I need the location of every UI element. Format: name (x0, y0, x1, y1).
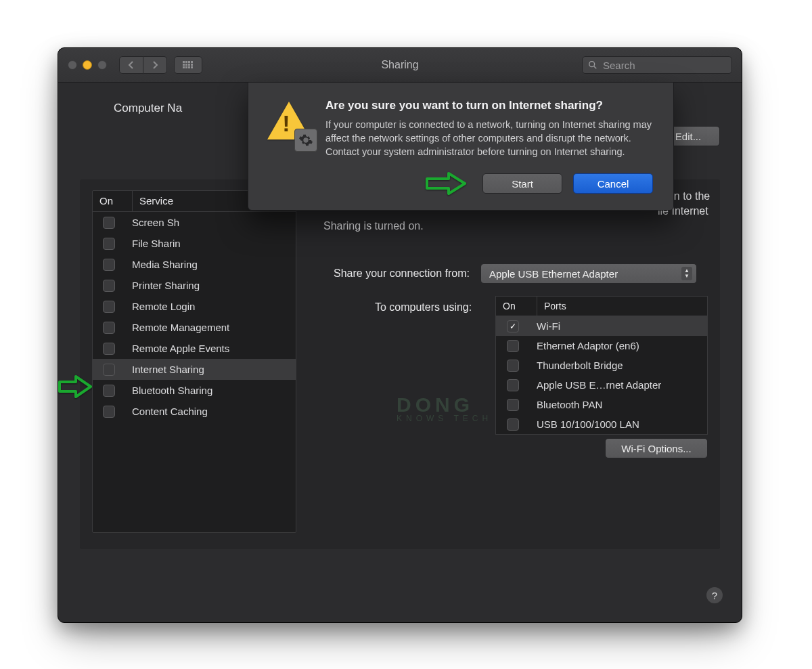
service-row[interactable]: Internet Sharing (93, 359, 296, 380)
service-label: Remote Login (125, 301, 195, 312)
cancel-button[interactable]: Cancel (573, 173, 653, 194)
svg-line-1 (594, 66, 596, 68)
service-label: Media Sharing (125, 259, 198, 270)
port-checkbox[interactable] (507, 399, 519, 411)
service-row[interactable]: Screen Sh (93, 212, 296, 233)
service-row[interactable]: Remote Management (93, 317, 296, 338)
service-checkbox[interactable] (103, 385, 115, 397)
preferences-window: Sharing Computer Na Edit... On Service S… (58, 47, 742, 623)
service-row[interactable]: Media Sharing (93, 254, 296, 275)
traffic-lights (68, 60, 107, 70)
dialog-title: Are you sure you want to turn on Interne… (325, 99, 657, 112)
service-row[interactable]: Remote Login (93, 296, 296, 317)
service-label: Printer Sharing (125, 280, 200, 291)
service-row[interactable]: Bluetooth Sharing (93, 380, 296, 401)
port-row[interactable]: USB 10/100/1000 LAN (496, 414, 707, 434)
service-label: Internet Sharing (125, 364, 204, 375)
port-checkbox[interactable] (507, 360, 519, 372)
services-header-service: Service (133, 191, 173, 211)
port-checkbox[interactable] (507, 379, 519, 391)
service-checkbox[interactable] (103, 259, 115, 271)
chevron-updown-icon: ▲▼ (681, 267, 692, 280)
wifi-options-button[interactable]: Wi-Fi Options... (605, 438, 708, 458)
services-list: On Service Screen ShFile SharinMedia Sha… (92, 190, 296, 533)
port-row[interactable]: Thunderbolt Bridge (496, 355, 707, 375)
service-row[interactable]: File Sharin (93, 233, 296, 254)
wifi-options-label: Wi-Fi Options... (621, 443, 691, 454)
service-detail: ection to the ile Internet Sharing is tu… (310, 188, 708, 537)
ports-header-ports: Ports (537, 297, 566, 316)
forward-button[interactable] (143, 56, 167, 74)
computer-name-label: Computer Na (114, 102, 182, 115)
service-row[interactable]: Printer Sharing (93, 275, 296, 296)
service-label: File Sharin (125, 238, 181, 249)
service-checkbox[interactable] (103, 406, 115, 418)
back-button[interactable] (119, 56, 143, 74)
search-field[interactable] (582, 56, 732, 74)
share-from-value: Apple USB Ethernet Adapter (489, 268, 618, 280)
confirm-dialog: ! Are you sure you want to turn on Inter… (248, 82, 674, 211)
show-all-button[interactable] (174, 56, 202, 74)
ports-list: On Ports ✓Wi-FiEthernet Adaptor (en6)Thu… (495, 296, 708, 435)
port-label: Bluetooth PAN (530, 399, 602, 410)
svg-point-0 (589, 62, 595, 67)
window-toolbar: Sharing (58, 48, 742, 83)
service-checkbox[interactable] (103, 301, 115, 313)
service-label: Remote Management (125, 322, 229, 333)
zoom-window-icon[interactable] (97, 60, 107, 70)
port-row[interactable]: Apple USB E…rnet Adapter (496, 375, 707, 395)
sharing-panel: On Service Screen ShFile SharinMedia Sha… (80, 179, 720, 549)
port-label: Apple USB E…rnet Adapter (530, 379, 661, 391)
gear-icon (294, 129, 317, 152)
port-checkbox[interactable] (507, 340, 519, 352)
close-window-icon[interactable] (68, 60, 77, 70)
service-checkbox[interactable] (103, 343, 115, 355)
service-label: Remote Apple Events (125, 343, 229, 354)
search-input[interactable] (602, 59, 733, 72)
start-button[interactable]: Start (482, 173, 562, 194)
service-checkbox[interactable] (103, 238, 115, 250)
start-button-label: Start (512, 178, 533, 190)
help-button[interactable]: ? (706, 587, 723, 603)
port-label: Thunderbolt Bridge (530, 360, 623, 371)
edit-button-label: Edit... (675, 131, 701, 142)
port-row[interactable]: ✓Wi-Fi (496, 316, 707, 336)
port-row[interactable]: Ethernet Adaptor (en6) (496, 336, 707, 355)
service-label: Screen Sh (125, 217, 179, 228)
port-checkbox[interactable]: ✓ (507, 320, 519, 332)
port-label: Ethernet Adaptor (en6) (530, 340, 639, 351)
minimize-window-icon[interactable] (83, 60, 92, 70)
port-row[interactable]: Bluetooth PAN (496, 395, 707, 414)
share-from-select[interactable]: Apple USB Ethernet Adapter ▲▼ (480, 263, 697, 284)
services-header-on: On (93, 191, 133, 211)
ports-header-on: On (496, 297, 537, 316)
service-checkbox[interactable] (103, 322, 115, 334)
to-computers-label: To computers using: (375, 301, 472, 314)
service-row[interactable]: Content Caching (93, 401, 296, 422)
service-checkbox[interactable] (103, 217, 115, 229)
ports-header: On Ports (496, 297, 707, 316)
service-row[interactable]: Remote Apple Events (93, 338, 296, 359)
service-checkbox[interactable] (103, 364, 115, 376)
warning-icon: ! (265, 99, 313, 148)
service-label: Content Caching (125, 406, 208, 417)
service-label: Bluetooth Sharing (125, 385, 212, 396)
share-from-label: Share your connection from: (334, 267, 470, 280)
port-label: USB 10/100/1000 LAN (530, 418, 639, 430)
service-checkbox[interactable] (103, 280, 115, 292)
search-icon (588, 60, 597, 70)
port-checkbox[interactable] (507, 418, 519, 431)
annotation-arrow-icon (58, 374, 93, 400)
watermark: DONG KNOWS TECH (397, 393, 492, 423)
help-icon: ? (712, 590, 717, 601)
dialog-body: If your computer is connected to a netwo… (325, 118, 657, 158)
cancel-button-label: Cancel (597, 178, 629, 190)
grid-icon (183, 61, 194, 69)
nav-buttons (119, 56, 167, 74)
annotation-arrow-icon (426, 171, 468, 196)
port-label: Wi-Fi (530, 320, 560, 332)
